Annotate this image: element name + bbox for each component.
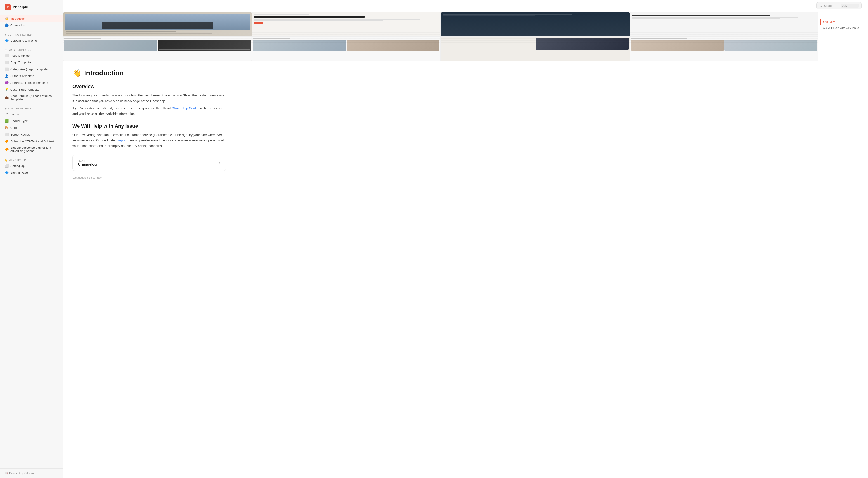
next-arrow-icon: ›	[219, 161, 220, 165]
page-body: 👋 Introduction Overview The following do…	[63, 61, 235, 188]
next-label: Next	[78, 159, 97, 162]
app-name: Principle	[13, 5, 28, 9]
screenshot-cell-4	[252, 37, 440, 61]
section-label-main-templates: 📋 MAIN TEMPLATES	[0, 46, 63, 52]
sidebar-item-subscribe-cta[interactable]: 🔶 Subscribe CTA Text and Subtext	[0, 138, 63, 145]
sidebar-item-label: Categories (Tags) Template	[10, 68, 48, 71]
support-link[interactable]: support	[118, 138, 128, 142]
setting-up-icon: ⬜	[4, 164, 8, 168]
help-heading: We Will Help with Any Issue	[72, 123, 226, 129]
sidebar-item-label: Setting Up	[10, 164, 25, 168]
sidebar-logo[interactable]: P Principle	[0, 0, 63, 14]
hero-screenshots: Spectra	[63, 12, 818, 61]
screenshot-cell-5	[441, 12, 629, 36]
sidebar-item-label: Authors Template	[10, 74, 34, 78]
page-title-emoji: 👋	[72, 69, 81, 77]
overview-heading: Overview	[72, 84, 226, 90]
sidebar-item-label: Border Radius	[10, 133, 30, 136]
svg-line-1	[822, 6, 822, 7]
getting-started-section-icon: ✦	[4, 34, 6, 36]
topbar: Search ⌘K	[63, 0, 868, 12]
search-shortcut: ⌘K	[841, 4, 859, 8]
sidebar-item-authors-template[interactable]: 👤 Authors Template	[0, 72, 63, 79]
sidebar-subscribe-icon: 🔶	[4, 147, 8, 151]
footer-label: Powered by GitBook	[9, 472, 34, 475]
sidebar-item-label: Case Study Template	[10, 88, 39, 91]
content: Spectra	[63, 12, 818, 478]
app-logo-icon: P	[4, 4, 11, 10]
colors-icon: 🎨	[4, 126, 8, 130]
sidebar-item-post-template[interactable]: ⬜ Post Template	[0, 52, 63, 59]
sidebar-section-membership: 👋 MEMBERSHIP ⬜ Setting Up 🔷 Sign In Page	[0, 155, 63, 177]
sidebar-item-label: Colors	[10, 126, 19, 129]
sidebar-item-logos[interactable]: ™ Logos	[0, 111, 63, 118]
toc: Overview We Will Help with Any Issue	[818, 12, 868, 478]
overview-para-2: If you're starting with Ghost, it is bes…	[72, 105, 226, 117]
section-help: We Will Help with Any Issue Our unwaveri…	[72, 123, 226, 149]
case-study-template-icon: 💡	[4, 88, 8, 92]
sidebar-item-label: Uploading a Theme	[10, 39, 37, 42]
toc-item-label: Overview	[823, 20, 835, 24]
help-para: Our unwavering devotion to excellent cus…	[72, 132, 226, 149]
gitbook-icon: 📖	[4, 472, 8, 475]
sidebar-item-archive-template[interactable]: 🟣 Archive (All posts) Template	[0, 79, 63, 86]
case-studies-all-icon: 💼	[4, 96, 8, 100]
next-card[interactable]: Next Changelog ›	[72, 155, 226, 171]
sidebar-item-border-radius[interactable]: ⬜ Border Radius	[0, 131, 63, 138]
screenshot-cell-6	[630, 12, 818, 36]
sidebar: P Principle 👋 Introduction 🔵 Changelog ✦…	[0, 0, 63, 478]
next-card-content: Next Changelog	[78, 159, 97, 166]
toc-item-help[interactable]: We Will Help with Any Issue	[820, 25, 864, 31]
sidebar-section-getting-started: ✦ GETTING STARTED 🔷 Uploading a Theme	[0, 30, 63, 45]
header-type-icon: 🟩	[4, 119, 8, 123]
screenshot-cell-1	[63, 12, 252, 36]
search-box[interactable]: Search ⌘K	[816, 2, 862, 9]
sidebar-section-top: 👋 Introduction 🔵 Changelog	[0, 14, 63, 30]
toc-item-overview[interactable]: Overview	[820, 19, 864, 25]
sidebar-item-label: Archive (All posts) Template	[10, 81, 48, 85]
sidebar-item-label: Introduction	[10, 17, 26, 20]
section-label-getting-started: ✦ GETTING STARTED	[0, 31, 63, 37]
sidebar-item-introduction[interactable]: 👋 Introduction	[0, 15, 63, 22]
sidebar-footer[interactable]: 📖 Powered by GitBook	[0, 468, 63, 478]
categories-template-icon: ⬜	[4, 67, 8, 71]
ghost-help-center-link[interactable]: Ghost Help Center	[172, 106, 199, 110]
page-title-row: 👋 Introduction	[72, 69, 226, 77]
next-title: Changelog	[78, 162, 97, 166]
sidebar-item-case-study-template[interactable]: 💡 Case Study Template	[0, 86, 63, 93]
screenshot-cell-3	[63, 37, 252, 61]
uploading-theme-icon: 🔷	[4, 38, 8, 42]
search-icon	[819, 4, 823, 7]
sidebar-item-label: Header Type	[10, 119, 28, 123]
sidebar-item-changelog[interactable]: 🔵 Changelog	[0, 22, 63, 29]
introduction-icon: 👋	[4, 17, 8, 21]
sidebar-item-label: Case Studies (All case studies) Template	[10, 94, 59, 101]
sidebar-item-sign-in-page[interactable]: 🔷 Sign In Page	[0, 169, 63, 176]
sidebar-item-colors[interactable]: 🎨 Colors	[0, 124, 63, 131]
content-wrapper: Spectra	[63, 12, 868, 478]
border-radius-icon: ⬜	[4, 132, 8, 136]
membership-section-icon: 👋	[4, 159, 7, 161]
sign-in-page-icon: 🔷	[4, 170, 8, 174]
screenshot-cell-8	[630, 37, 818, 61]
sidebar-item-page-template[interactable]: ⬜ Page Template	[0, 59, 63, 66]
main-templates-section-icon: 📋	[4, 49, 7, 51]
sidebar-item-categories-template[interactable]: ⬜ Categories (Tags) Template	[0, 66, 63, 72]
archive-template-icon: 🟣	[4, 81, 8, 85]
sidebar-item-uploading-theme[interactable]: 🔷 Uploading a Theme	[0, 37, 63, 44]
sidebar-item-header-type[interactable]: 🟩 Header Type	[0, 118, 63, 124]
section-overview: Overview The following documentation is …	[72, 84, 226, 117]
sidebar-item-case-studies-all-template[interactable]: 💼 Case Studies (All case studies) Templa…	[0, 93, 63, 102]
overview-para-1: The following documentation is your guid…	[72, 93, 226, 104]
page-title: Introduction	[84, 69, 124, 77]
sidebar-item-label: Subscribe CTA Text and Subtext	[10, 139, 54, 143]
screenshot-cell-2: Spectra	[252, 12, 440, 36]
sidebar-item-sidebar-subscribe[interactable]: 🔶 Sidebar subscribe banner and advertisi…	[0, 145, 63, 154]
custom-setting-section-icon: ⚙	[4, 107, 7, 110]
section-label-custom-setting: ⚙ CUSTOM SETTING	[0, 105, 63, 111]
search-placeholder: Search	[824, 4, 839, 7]
sidebar-item-setting-up[interactable]: ⬜ Setting Up	[0, 162, 63, 169]
authors-template-icon: 👤	[4, 74, 8, 78]
sidebar-item-label: Post Template	[10, 54, 30, 57]
sidebar-item-label: Sidebar subscribe banner and advertising…	[10, 146, 59, 153]
